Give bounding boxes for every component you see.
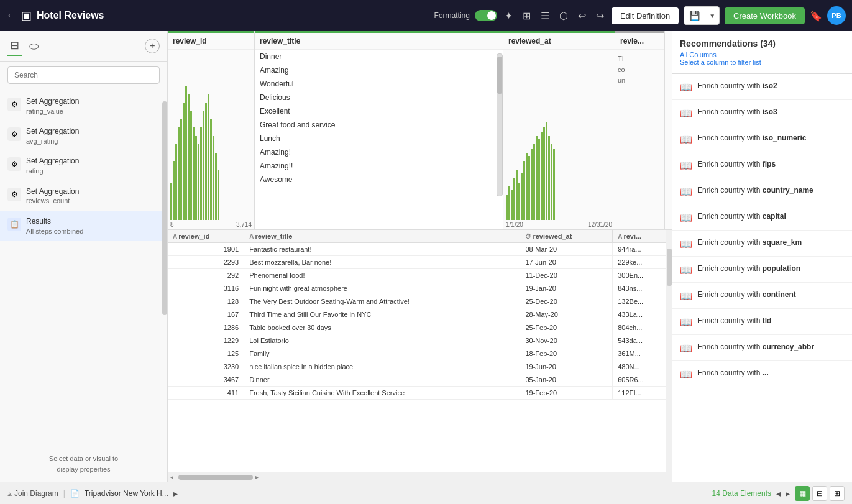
col-title-reviewed-at[interactable]: reviewed_at — [503, 33, 615, 50]
th-review-id[interactable]: Areview_id — [168, 230, 244, 243]
step-aggregation-reviews-count[interactable]: ⚙ Set Aggregation reviews_count — [0, 181, 167, 211]
dropdown-item[interactable]: Wonderful — [255, 77, 503, 91]
cell-col4: 944ra... — [613, 242, 672, 255]
table-row[interactable]: 128 The Very Best Outdoor Seating-Warm a… — [168, 295, 672, 308]
data-el-arrow-right[interactable]: ▸ — [786, 488, 790, 498]
table-row[interactable]: 3230 nice italian spice in a hidden plac… — [168, 360, 672, 373]
create-workbook-button[interactable]: Create Workbook — [725, 7, 805, 24]
formatting-toggle[interactable] — [475, 10, 497, 21]
table-row[interactable]: 3116 Fun night with great atmosphere 19-… — [168, 282, 672, 295]
rec-item[interactable]: 📖 Enrich country with square_km — [672, 231, 852, 257]
table-row[interactable]: 292 Phenomenal food! 11-Dec-20 300En... — [168, 268, 672, 282]
step-aggregation-rating-value[interactable]: ⚙ Set Aggregation rating_value — [0, 91, 167, 121]
step-icon: ⚙ — [7, 98, 21, 111]
rec-item[interactable]: 📖 Enrich country with tld — [672, 309, 852, 335]
share-button[interactable]: ⬡ — [557, 7, 570, 24]
scroll-right-btn[interactable]: ▸ — [255, 474, 259, 480]
cell-review-id: 2293 — [168, 255, 244, 268]
rec-item[interactable]: 📖 Enrich country with continent — [672, 283, 852, 309]
tab-arrow-right[interactable]: ▸ — [173, 488, 178, 498]
th-reviewed-at[interactable]: ⏱reviewed_at — [520, 230, 613, 243]
grid-view-button[interactable]: ⊞ — [520, 7, 533, 24]
dropdown-item[interactable]: Lunch — [255, 132, 503, 145]
rec-item[interactable]: 📖 Enrich country with currency_abbr — [672, 335, 852, 361]
filter-list-link[interactable]: Select a column to filter list — [680, 58, 845, 66]
undo-button[interactable]: ↩ — [575, 7, 589, 24]
rec-item[interactable]: 📖 Enrich country with iso2 — [672, 74, 852, 100]
data-el-arrow-left[interactable]: ◂ — [776, 488, 781, 498]
table-row[interactable]: 1901 Fantastic restaurant! 08-Mar-20 944… — [168, 242, 672, 255]
table-row[interactable]: 2293 Best mozzarella, Bar none! 17-Jun-2… — [168, 255, 672, 268]
list-view-button[interactable]: ☰ — [538, 7, 552, 24]
dropdown-item[interactable]: Delicious — [255, 91, 503, 104]
add-step-button[interactable]: + — [145, 39, 160, 53]
bookmark-button[interactable]: 🔖 — [810, 10, 822, 22]
table-row[interactable]: 1286 Table booked over 30 days 25-Feb-20… — [168, 321, 672, 334]
data-scroll-area[interactable]: Areview_id Areview_title ⏱reviewed_at Ar… — [168, 230, 672, 472]
redo-button[interactable]: ↪ — [593, 7, 607, 24]
rec-item[interactable]: 📖 Enrich country with capital — [672, 204, 852, 231]
col-histogram-review-id — [168, 50, 254, 220]
rec-text: Enrich country with iso2 — [697, 80, 777, 91]
cell-col4: 300En... — [613, 268, 672, 282]
step-results[interactable]: 📋 Results All steps combined — [0, 211, 167, 241]
table-row[interactable]: 1229 Loi Estiatorio 30-Nov-20 543da... — [168, 334, 672, 347]
book-icon: 📖 — [680, 160, 692, 172]
shape-icon[interactable]: ⬭ — [27, 37, 41, 55]
th-review-title[interactable]: Areview_title — [244, 230, 520, 243]
col-dropdown-scrollbar[interactable] — [497, 53, 503, 196]
dropdown-item[interactable]: Awesome — [255, 173, 503, 186]
cell-reviewed-at: 19-Jan-20 — [520, 282, 613, 295]
hscroll-thumb[interactable] — [178, 475, 253, 480]
rec-item[interactable]: 📖 Enrich country with iso3 — [672, 100, 852, 126]
rec-item[interactable]: 📖 Enrich country with fips — [672, 152, 852, 178]
cell-reviewed-at: 17-Jun-20 — [520, 255, 613, 268]
view-btn-3[interactable]: ⊞ — [830, 486, 845, 501]
wand-icon-button[interactable]: ✦ — [502, 7, 515, 24]
search-input[interactable] — [7, 66, 160, 84]
cell-reviewed-at: 11-Dec-20 — [520, 268, 613, 282]
rec-item[interactable]: 📖 Enrich country with population — [672, 257, 852, 283]
step-icon: 📋 — [7, 218, 21, 231]
table-row[interactable]: 125 Family 18-Feb-20 361M... — [168, 347, 672, 360]
rec-text: Enrich country with ... — [697, 367, 769, 378]
cell-reviewed-at: 25-Feb-20 — [520, 321, 613, 334]
all-columns-link[interactable]: All Columns — [680, 51, 845, 58]
view-btn-2[interactable]: ⊟ — [812, 486, 827, 501]
step-aggregation-rating[interactable]: ⚙ Set Aggregation rating — [0, 151, 167, 181]
sidebar-scrollbar[interactable] — [162, 101, 167, 315]
dropdown-item[interactable]: Excellent — [255, 104, 503, 118]
dropdown-item[interactable]: Amazing! — [255, 145, 503, 159]
col-title-review-id[interactable]: review_id — [168, 33, 254, 50]
col-title-review-title[interactable]: review_title — [255, 33, 503, 50]
edit-definition-button[interactable]: Edit Definition — [612, 7, 679, 24]
scroll-left-btn[interactable]: ◂ — [170, 474, 173, 480]
row-scrollbar[interactable] — [666, 230, 672, 472]
rec-item[interactable]: 📖 Enrich country with iso_numeric — [672, 126, 852, 152]
save-dropdown-button[interactable]: ▼ — [705, 9, 719, 23]
rec-item[interactable]: 📖 Enrich country with ... — [672, 361, 852, 387]
horizontal-scrollbar[interactable]: ◂ ▸ — [168, 472, 672, 482]
dropdown-item[interactable]: Amazing!! — [255, 159, 503, 173]
dropdown-item[interactable]: Dinner — [255, 50, 503, 63]
rec-item[interactable]: 📖 Enrich country with country_name — [672, 178, 852, 204]
cell-review-id: 3116 — [168, 282, 244, 295]
table-icon[interactable]: ⊟ — [7, 36, 22, 56]
cell-review-id: 1286 — [168, 321, 244, 334]
join-diagram-btn[interactable]: ⟁ Join Diagram — [7, 489, 58, 498]
col-dropdown-review-title[interactable]: Dinner Amazing Wonderful Delicious Excel… — [255, 50, 503, 229]
back-button[interactable]: ← — [6, 10, 16, 21]
content-area: review_id — [168, 31, 672, 482]
table-row[interactable]: 167 Third Time and Still Our Favorite in… — [168, 308, 672, 321]
tab-name[interactable]: Tripadvisor New York H... — [85, 489, 168, 498]
step-label: Set Aggregation rating_value — [26, 96, 79, 116]
step-aggregation-avg-rating[interactable]: ⚙ Set Aggregation avg_rating — [0, 121, 167, 151]
save-button[interactable]: 💾 — [684, 7, 705, 24]
th-col4[interactable]: Arevi... — [613, 230, 672, 243]
table-row[interactable]: 3467 Dinner 05-Jan-20 605R6... — [168, 373, 672, 386]
dropdown-item[interactable]: Great food and service — [255, 118, 503, 132]
col-title-partial[interactable]: revie... — [615, 33, 664, 50]
view-btn-1[interactable]: ▦ — [795, 486, 810, 501]
dropdown-item[interactable]: Amazing — [255, 63, 503, 77]
table-row[interactable]: 411 Fresh, Tasty Sicilian Cuisine With E… — [168, 386, 672, 399]
